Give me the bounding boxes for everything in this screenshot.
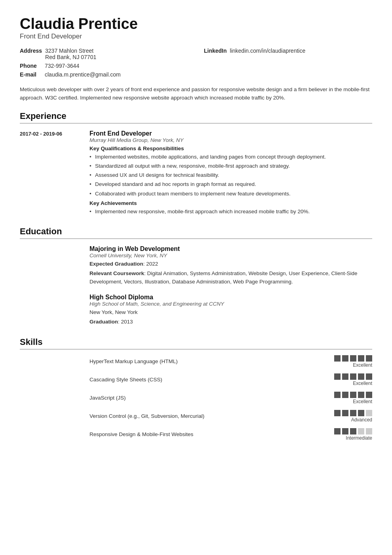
edu-detail: New York, New York (89, 308, 372, 317)
dot-empty (366, 410, 372, 416)
email-value: claudia.m.prentice@gmail.com (45, 71, 121, 78)
address-row: Address 3237 Mahlon Street Red Bank, NJ … (20, 48, 188, 60)
candidate-title: Front End Developer (20, 33, 372, 40)
edu-degree: High School Diploma (89, 294, 372, 301)
education-entry: High School DiplomaHigh School of Math, … (20, 294, 372, 327)
dot-filled (358, 355, 364, 362)
skill-level-label: Excellent (353, 381, 372, 386)
skill-dots (334, 355, 372, 362)
summary-text: Meticulous web developer with over 2 yea… (20, 86, 372, 102)
skill-rating-area: Advanced (334, 410, 372, 423)
experience-entry: 2017-02 - 2019-06Front End DeveloperMurr… (20, 130, 372, 217)
skill-rating-area: Excellent (334, 355, 372, 368)
dot-filled (366, 355, 372, 362)
dot-filled (334, 428, 341, 434)
edu-detail: Expected Graduation: 2022 (89, 260, 372, 268)
resume-header: Claudia Prentice Front End Developer (20, 16, 372, 40)
exp-bullet: Collaborated with product team members t… (89, 190, 372, 198)
skill-row: Version Control (e.g., Git, Subversion, … (20, 410, 372, 423)
exp-job-title: Front End Developer (89, 130, 372, 137)
exp-bullet: Implemented websites, mobile application… (89, 153, 372, 161)
dot-filled (334, 410, 341, 416)
address-value: 3237 Mahlon Street Red Bank, NJ 07701 (45, 48, 96, 60)
edu-detail: Relevant Coursework: Digital Animation, … (89, 270, 372, 286)
skill-dots (334, 428, 372, 434)
dot-filled (358, 392, 364, 398)
dot-filled (334, 373, 341, 380)
skill-name: HyperText Markup Language (HTML) (89, 358, 328, 364)
exp-dates: 2017-02 - 2019-06 (20, 130, 83, 217)
experience-section-title: Experience (20, 111, 372, 124)
exp-bullet: Standardized all output with a new, resp… (89, 162, 372, 170)
edu-institution: Cornell University, New York, NY (89, 253, 372, 258)
exp-bullet: Implemented new responsive, mobile-first… (89, 208, 372, 216)
edu-degree: Majoring in Web Development (89, 245, 372, 253)
dot-filled (342, 410, 348, 416)
education-section: Education Majoring in Web DevelopmentCor… (20, 226, 372, 327)
skill-rating-area: Excellent (334, 373, 372, 386)
dot-empty (366, 428, 372, 434)
skill-dots (334, 392, 372, 398)
skill-row: Responsive Design & Mobile-First Website… (20, 428, 372, 441)
address-label: Address (20, 48, 42, 54)
dot-filled (342, 428, 348, 434)
edu-institution: High School of Math, Science, and Engine… (89, 301, 372, 307)
candidate-name: Claudia Prentice (20, 16, 372, 33)
dot-filled (358, 410, 364, 416)
education-entry: Majoring in Web DevelopmentCornell Unive… (20, 245, 372, 287)
dot-filled (366, 392, 372, 398)
skill-row: JavaScript (JS)Excellent (20, 392, 372, 404)
skill-row: Cascading Style Sheets (CSS)Excellent (20, 373, 372, 386)
skill-name: JavaScript (JS) (89, 395, 328, 401)
dot-filled (342, 373, 348, 380)
dot-filled (350, 392, 356, 398)
skill-rating-area: Excellent (334, 392, 372, 404)
linkedin-row: LinkedIn linkedin.com/in/claudiaprentice (204, 48, 372, 54)
exp-company: Murray Hill Media Group, New York, NY (89, 137, 372, 143)
phone-value: 732-997-3644 (45, 63, 79, 69)
dot-empty (358, 428, 364, 434)
skill-name: Responsive Design & Mobile-First Website… (89, 431, 328, 437)
skill-level-label: Excellent (353, 362, 372, 368)
exp-subsection-title: Key Achievements (89, 200, 372, 206)
skill-dots (334, 373, 372, 380)
skill-name: Cascading Style Sheets (CSS) (89, 377, 328, 383)
skill-level-label: Intermediate (346, 435, 372, 441)
skill-row: HyperText Markup Language (HTML)Excellen… (20, 355, 372, 368)
contact-section: Address 3237 Mahlon Street Red Bank, NJ … (20, 48, 372, 78)
dot-filled (342, 392, 348, 398)
linkedin-value: linkedin.com/in/claudiaprentice (230, 48, 306, 54)
exp-subsection-title: Key Qualifications & Responsibilities (89, 145, 372, 151)
dot-filled (350, 355, 356, 362)
exp-bullet: Assessed UX and UI designs for technical… (89, 171, 372, 179)
skill-level-label: Excellent (353, 399, 372, 404)
education-section-title: Education (20, 226, 372, 239)
dot-filled (366, 373, 372, 380)
experience-section: Experience 2017-02 - 2019-06Front End De… (20, 111, 372, 217)
skill-level-label: Advanced (351, 417, 372, 423)
exp-bullet-list: Implemented new responsive, mobile-first… (89, 208, 372, 216)
phone-row: Phone 732-997-3644 (20, 63, 188, 69)
skill-rating-area: Intermediate (334, 428, 372, 441)
dot-filled (358, 373, 364, 380)
email-label: E-mail (20, 71, 42, 78)
dot-filled (350, 410, 356, 416)
skills-section-title: Skills (20, 337, 372, 350)
exp-bullet-list: Implemented websites, mobile application… (89, 153, 372, 198)
dot-filled (350, 428, 356, 434)
dot-filled (334, 392, 341, 398)
phone-label: Phone (20, 63, 42, 69)
dot-filled (334, 355, 341, 362)
exp-bullet: Developed standard and ad hoc reports in… (89, 180, 372, 188)
dot-filled (350, 373, 356, 380)
skill-dots (334, 410, 372, 416)
edu-detail: Graduation: 2013 (89, 318, 372, 326)
skills-section: Skills HyperText Markup Language (HTML)E… (20, 337, 372, 441)
dot-filled (342, 355, 348, 362)
email-row: E-mail claudia.m.prentice@gmail.com (20, 71, 188, 78)
linkedin-label: LinkedIn (204, 48, 227, 54)
skill-name: Version Control (e.g., Git, Subversion, … (89, 413, 328, 419)
